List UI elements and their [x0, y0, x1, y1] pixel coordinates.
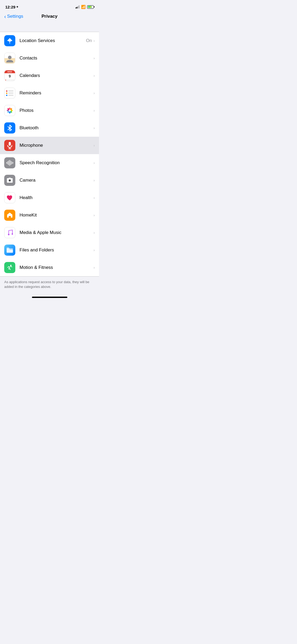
back-button[interactable]: ‹ Settings: [4, 14, 23, 19]
location-status-icon: ⌖: [16, 5, 18, 9]
chevron-icon: ›: [93, 143, 95, 148]
homekit-label: HomeKit: [20, 213, 93, 218]
chevron-icon: ›: [93, 126, 95, 130]
svg-point-11: [9, 109, 11, 112]
section-separator: [0, 22, 99, 32]
page-title: Privacy: [41, 14, 58, 19]
status-icons: 📶 ⚡: [76, 5, 94, 9]
wifi-icon: 📶: [81, 5, 86, 9]
svg-rect-12: [9, 142, 11, 146]
chevron-icon: ›: [93, 178, 95, 182]
calendars-icon: WED 9: [4, 70, 15, 81]
location-services-label: Location Services: [20, 38, 86, 43]
list-item-camera[interactable]: Camera ›: [0, 172, 99, 189]
list-item-media-apple-music[interactable]: Media & Apple Music ›: [0, 224, 99, 241]
list-item-speech-recognition[interactable]: Speech Recognition ›: [0, 154, 99, 172]
photos-icon: [4, 105, 15, 116]
time-display: 12:29: [5, 5, 15, 9]
list-item-photos[interactable]: Photos ›: [0, 102, 99, 119]
reminders-label: Reminders: [20, 90, 93, 96]
motion-fitness-icon: [4, 262, 15, 273]
camera-label: Camera: [20, 178, 93, 183]
health-label: Health: [20, 195, 93, 200]
chevron-icon: ›: [93, 161, 95, 165]
svg-point-17: [10, 180, 10, 181]
chevron-icon: ›: [93, 108, 95, 113]
svg-point-19: [12, 233, 13, 235]
microphone-label: Microphone: [20, 143, 93, 148]
camera-icon: [4, 175, 15, 186]
homekit-icon: [4, 210, 15, 221]
photos-label: Photos: [20, 108, 93, 113]
location-services-value: On: [86, 38, 92, 43]
chevron-icon: ›: [93, 39, 95, 43]
list-item-reminders[interactable]: Reminders ›: [0, 84, 99, 102]
chevron-icon: ›: [93, 91, 95, 95]
footer-note-text: As applications request access to your d…: [4, 280, 89, 289]
list-item-calendars[interactable]: WED 9 Calendars ›: [0, 67, 99, 84]
location-services-icon: [4, 35, 15, 46]
home-bar: [32, 297, 67, 298]
list-item-homekit[interactable]: HomeKit ›: [0, 206, 99, 224]
microphone-icon: [4, 140, 15, 151]
privacy-list: Location Services On › Contacts › WED 9: [0, 32, 99, 277]
list-item-contacts[interactable]: Contacts ›: [0, 49, 99, 67]
reminders-icon: [4, 88, 15, 99]
contacts-icon: [4, 53, 15, 64]
chevron-icon: ›: [93, 265, 95, 270]
nav-bar: ‹ Settings Privacy: [0, 12, 99, 22]
waveform-graphic: [6, 160, 13, 166]
media-apple-music-label: Media & Apple Music: [20, 230, 93, 235]
list-item-bluetooth[interactable]: Bluetooth ›: [0, 119, 99, 137]
list-item-microphone[interactable]: Microphone ›: [0, 137, 99, 154]
chevron-icon: ›: [93, 231, 95, 235]
footer-note: As applications request access to your d…: [0, 277, 99, 295]
signal-icon: [76, 5, 79, 8]
back-label: Settings: [7, 14, 23, 19]
svg-point-18: [8, 234, 10, 235]
chevron-icon: ›: [93, 213, 95, 217]
bluetooth-icon: [4, 122, 15, 134]
status-time: 12:29 ⌖: [5, 5, 18, 9]
files-folders-icon: [4, 245, 15, 256]
chevron-icon: ›: [93, 196, 95, 200]
home-indicator: [0, 295, 99, 301]
back-chevron-icon: ‹: [4, 14, 6, 19]
motion-fitness-label: Motion & Fitness: [20, 265, 93, 270]
files-folders-label: Files and Folders: [20, 247, 93, 253]
battery-icon: ⚡: [87, 5, 94, 9]
chevron-icon: ›: [93, 73, 95, 78]
contacts-label: Contacts: [20, 56, 93, 61]
speech-recognition-icon: [4, 157, 15, 168]
list-item-motion-fitness[interactable]: Motion & Fitness ›: [0, 259, 99, 276]
chevron-icon: ›: [93, 56, 95, 60]
list-item-health[interactable]: Health ›: [0, 189, 99, 206]
calendars-label: Calendars: [20, 73, 93, 78]
media-apple-music-icon: [4, 227, 15, 238]
list-item-files-folders[interactable]: Files and Folders ›: [0, 241, 99, 259]
svg-point-2: [8, 56, 11, 59]
status-bar: 12:29 ⌖ 📶 ⚡: [0, 0, 99, 12]
health-icon: [4, 192, 15, 203]
speech-recognition-label: Speech Recognition: [20, 160, 93, 165]
chevron-icon: ›: [93, 248, 95, 252]
bluetooth-label: Bluetooth: [20, 125, 93, 131]
battery-bolt: ⚡: [89, 6, 92, 8]
list-item-location-services[interactable]: Location Services On ›: [0, 32, 99, 49]
